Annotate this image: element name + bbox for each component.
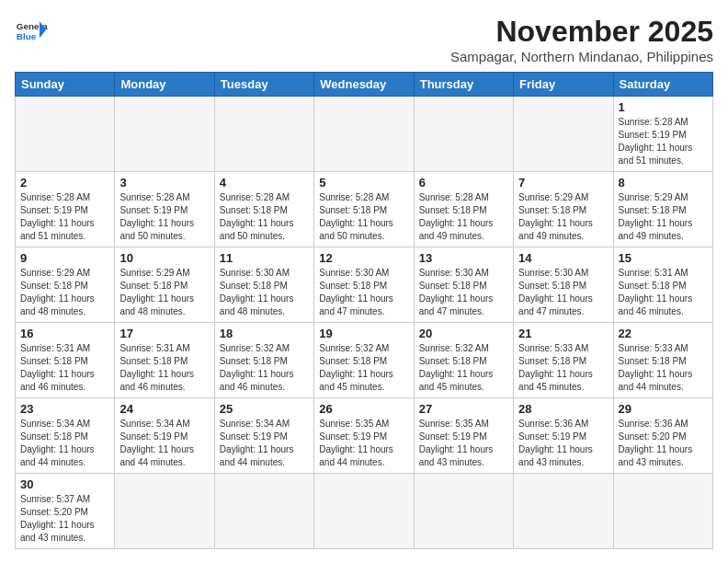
calendar-cell (16, 97, 115, 172)
calendar-cell: 3Sunrise: 5:28 AM Sunset: 5:19 PM Daylig… (115, 172, 214, 247)
calendar-cell: 21Sunrise: 5:33 AM Sunset: 5:18 PM Dayli… (514, 323, 613, 398)
calendar-cell: 25Sunrise: 5:34 AM Sunset: 5:19 PM Dayli… (214, 398, 313, 474)
day-info: Sunrise: 5:35 AM Sunset: 5:19 PM Dayligh… (419, 418, 508, 469)
calendar-cell: 18Sunrise: 5:32 AM Sunset: 5:18 PM Dayli… (214, 323, 313, 398)
calendar-cell (214, 97, 313, 172)
weekday-header-cell: Tuesday (214, 73, 313, 97)
calendar-week-row: 23Sunrise: 5:34 AM Sunset: 5:18 PM Dayli… (16, 398, 713, 474)
calendar-cell: 7Sunrise: 5:29 AM Sunset: 5:18 PM Daylig… (514, 172, 613, 247)
day-number: 28 (518, 402, 608, 416)
day-info: Sunrise: 5:36 AM Sunset: 5:20 PM Dayligh… (619, 418, 708, 469)
day-number: 26 (319, 402, 408, 416)
day-info: Sunrise: 5:35 AM Sunset: 5:19 PM Dayligh… (319, 418, 408, 469)
day-info: Sunrise: 5:33 AM Sunset: 5:18 PM Dayligh… (619, 342, 708, 394)
month-title: November 2025 (450, 15, 713, 49)
calendar-cell (514, 474, 613, 549)
calendar-cell (314, 97, 414, 172)
calendar-cell: 9Sunrise: 5:29 AM Sunset: 5:18 PM Daylig… (16, 247, 115, 323)
calendar-cell: 1Sunrise: 5:28 AM Sunset: 5:19 PM Daylig… (613, 97, 712, 172)
weekday-header-cell: Saturday (613, 73, 712, 97)
weekday-header-cell: Monday (115, 73, 214, 97)
day-number: 15 (619, 251, 708, 265)
weekday-header-cell: Sunday (16, 73, 115, 97)
calendar-cell (115, 97, 214, 172)
calendar-cell: 22Sunrise: 5:33 AM Sunset: 5:18 PM Dayli… (613, 323, 712, 398)
day-number: 9 (20, 251, 109, 265)
day-number: 14 (518, 251, 608, 265)
calendar-cell (414, 474, 513, 549)
calendar-body: 1Sunrise: 5:28 AM Sunset: 5:19 PM Daylig… (16, 97, 713, 549)
day-info: Sunrise: 5:28 AM Sunset: 5:18 PM Dayligh… (319, 191, 408, 243)
calendar-cell: 6Sunrise: 5:28 AM Sunset: 5:18 PM Daylig… (414, 172, 513, 247)
calendar-cell: 30Sunrise: 5:37 AM Sunset: 5:20 PM Dayli… (16, 474, 115, 549)
day-info: Sunrise: 5:31 AM Sunset: 5:18 PM Dayligh… (119, 342, 209, 394)
calendar-week-row: 30Sunrise: 5:37 AM Sunset: 5:20 PM Dayli… (16, 474, 713, 549)
day-info: Sunrise: 5:34 AM Sunset: 5:18 PM Dayligh… (20, 418, 109, 469)
calendar-cell (214, 474, 313, 549)
day-info: Sunrise: 5:32 AM Sunset: 5:18 PM Dayligh… (220, 342, 309, 394)
day-number: 16 (20, 327, 109, 340)
day-info: Sunrise: 5:33 AM Sunset: 5:18 PM Dayligh… (518, 342, 608, 394)
calendar-week-row: 9Sunrise: 5:29 AM Sunset: 5:18 PM Daylig… (16, 247, 713, 323)
page-header: General Blue November 2025 Sampagar, Nor… (15, 15, 713, 64)
calendar-week-row: 16Sunrise: 5:31 AM Sunset: 5:18 PM Dayli… (16, 323, 713, 398)
day-info: Sunrise: 5:36 AM Sunset: 5:19 PM Dayligh… (518, 418, 608, 469)
day-number: 30 (20, 477, 109, 491)
day-number: 7 (518, 176, 608, 190)
day-info: Sunrise: 5:29 AM Sunset: 5:18 PM Dayligh… (119, 267, 209, 318)
weekday-header-row: SundayMondayTuesdayWednesdayThursdayFrid… (16, 73, 713, 97)
calendar-cell: 26Sunrise: 5:35 AM Sunset: 5:19 PM Dayli… (314, 398, 414, 474)
calendar-cell: 17Sunrise: 5:31 AM Sunset: 5:18 PM Dayli… (115, 323, 214, 398)
day-number: 22 (619, 327, 708, 340)
calendar-table: SundayMondayTuesdayWednesdayThursdayFrid… (15, 72, 713, 549)
day-number: 21 (518, 327, 608, 340)
day-info: Sunrise: 5:28 AM Sunset: 5:19 PM Dayligh… (20, 191, 109, 243)
day-number: 25 (220, 402, 309, 416)
day-number: 12 (319, 251, 408, 265)
day-number: 4 (220, 176, 309, 190)
logo: General Blue (15, 15, 48, 48)
day-number: 13 (419, 251, 508, 265)
day-number: 18 (220, 327, 309, 340)
day-number: 17 (119, 327, 209, 340)
calendar-week-row: 1Sunrise: 5:28 AM Sunset: 5:19 PM Daylig… (16, 97, 713, 172)
calendar-cell: 27Sunrise: 5:35 AM Sunset: 5:19 PM Dayli… (414, 398, 513, 474)
day-info: Sunrise: 5:29 AM Sunset: 5:18 PM Dayligh… (619, 191, 708, 243)
day-number: 1 (619, 100, 708, 114)
calendar-cell: 5Sunrise: 5:28 AM Sunset: 5:18 PM Daylig… (314, 172, 414, 247)
day-number: 23 (20, 402, 109, 416)
day-number: 6 (419, 176, 508, 190)
day-info: Sunrise: 5:32 AM Sunset: 5:18 PM Dayligh… (319, 342, 408, 394)
calendar-cell: 28Sunrise: 5:36 AM Sunset: 5:19 PM Dayli… (514, 398, 613, 474)
calendar-cell: 29Sunrise: 5:36 AM Sunset: 5:20 PM Dayli… (613, 398, 712, 474)
location-subtitle: Sampagar, Northern Mindanao, Philippines (450, 49, 713, 64)
calendar-cell: 16Sunrise: 5:31 AM Sunset: 5:18 PM Dayli… (16, 323, 115, 398)
svg-text:Blue: Blue (17, 31, 37, 41)
day-number: 24 (119, 402, 209, 416)
day-info: Sunrise: 5:28 AM Sunset: 5:18 PM Dayligh… (419, 191, 508, 243)
calendar-cell: 8Sunrise: 5:29 AM Sunset: 5:18 PM Daylig… (613, 172, 712, 247)
day-info: Sunrise: 5:28 AM Sunset: 5:19 PM Dayligh… (619, 116, 708, 167)
calendar-cell: 20Sunrise: 5:32 AM Sunset: 5:18 PM Dayli… (414, 323, 513, 398)
day-number: 20 (419, 327, 508, 340)
calendar-week-row: 2Sunrise: 5:28 AM Sunset: 5:19 PM Daylig… (16, 172, 713, 247)
day-info: Sunrise: 5:30 AM Sunset: 5:18 PM Dayligh… (419, 267, 508, 318)
calendar-cell: 2Sunrise: 5:28 AM Sunset: 5:19 PM Daylig… (16, 172, 115, 247)
day-info: Sunrise: 5:31 AM Sunset: 5:18 PM Dayligh… (619, 267, 708, 318)
day-info: Sunrise: 5:28 AM Sunset: 5:18 PM Dayligh… (220, 191, 309, 243)
calendar-cell: 4Sunrise: 5:28 AM Sunset: 5:18 PM Daylig… (214, 172, 313, 247)
day-info: Sunrise: 5:34 AM Sunset: 5:19 PM Dayligh… (220, 418, 309, 469)
calendar-cell (115, 474, 214, 549)
day-number: 11 (220, 251, 309, 265)
calendar-cell (514, 97, 613, 172)
day-number: 27 (419, 402, 508, 416)
calendar-cell: 23Sunrise: 5:34 AM Sunset: 5:18 PM Dayli… (16, 398, 115, 474)
calendar-cell: 13Sunrise: 5:30 AM Sunset: 5:18 PM Dayli… (414, 247, 513, 323)
day-info: Sunrise: 5:37 AM Sunset: 5:20 PM Dayligh… (20, 493, 109, 545)
calendar-cell: 15Sunrise: 5:31 AM Sunset: 5:18 PM Dayli… (613, 247, 712, 323)
calendar-cell: 11Sunrise: 5:30 AM Sunset: 5:18 PM Dayli… (214, 247, 313, 323)
day-number: 3 (119, 176, 209, 190)
calendar-cell (314, 474, 414, 549)
calendar-cell: 10Sunrise: 5:29 AM Sunset: 5:18 PM Dayli… (115, 247, 214, 323)
day-number: 10 (119, 251, 209, 265)
